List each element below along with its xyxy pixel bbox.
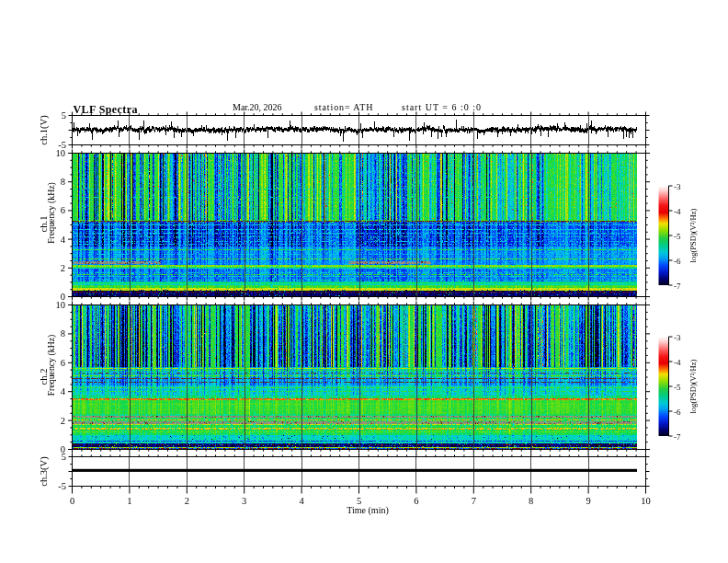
svg-text:10: 10 — [641, 496, 651, 506]
svg-text:log(PSD)(V²/Hz): log(PSD)(V²/Hz) — [688, 359, 698, 413]
svg-text:-5: -5 — [58, 481, 66, 491]
svg-text:4: 4 — [61, 386, 66, 396]
svg-text:10: 10 — [56, 148, 66, 158]
svg-text:2: 2 — [61, 416, 65, 426]
svg-text:3: 3 — [242, 496, 246, 506]
svg-text:log(PSD)(V²/Hz): log(PSD)(V²/Hz) — [688, 208, 698, 262]
svg-text:5: 5 — [62, 110, 66, 121]
svg-text:station= ATH: station= ATH — [314, 102, 374, 112]
svg-text:Mar.20, 2026: Mar.20, 2026 — [233, 102, 282, 112]
svg-text:-6: -6 — [674, 257, 681, 266]
svg-text:-7: -7 — [674, 432, 681, 442]
svg-text:1: 1 — [127, 496, 131, 506]
svg-text:-5: -5 — [674, 232, 681, 241]
svg-text:4: 4 — [299, 496, 304, 506]
svg-text:6: 6 — [61, 358, 65, 368]
svg-text:-7: -7 — [674, 282, 681, 291]
svg-text:-4: -4 — [674, 358, 681, 367]
svg-text:start UT = 6 :0 :0: start UT = 6 :0 :0 — [402, 102, 482, 112]
svg-text:-5: -5 — [674, 383, 681, 392]
svg-text:8: 8 — [61, 328, 65, 339]
svg-text:7: 7 — [472, 496, 476, 506]
svg-text:VLF Spectra: VLF Spectra — [74, 103, 138, 116]
svg-text:5: 5 — [357, 496, 361, 506]
svg-text:6: 6 — [61, 205, 65, 215]
svg-text:ch.3(V): ch.3(V) — [39, 456, 50, 487]
svg-text:-6: -6 — [674, 408, 681, 417]
svg-text:0: 0 — [70, 496, 74, 506]
svg-text:-3: -3 — [674, 333, 681, 342]
svg-text:Frequency (kHz): Frequency (kHz) — [46, 182, 57, 244]
svg-text:0: 0 — [61, 292, 65, 302]
svg-text:2: 2 — [61, 263, 65, 273]
svg-text:Frequency (kHz): Frequency (kHz) — [46, 335, 57, 396]
svg-text:8: 8 — [61, 177, 65, 187]
svg-text:Time (min): Time (min) — [347, 505, 388, 516]
svg-text:6: 6 — [414, 496, 418, 506]
svg-text:-4: -4 — [674, 207, 681, 216]
svg-text:ch.1(V): ch.1(V) — [39, 115, 50, 145]
svg-text:-3: -3 — [674, 182, 681, 191]
svg-text:4: 4 — [61, 235, 66, 245]
svg-text:9: 9 — [586, 496, 590, 506]
svg-text:5: 5 — [62, 452, 66, 462]
svg-text:8: 8 — [529, 496, 533, 506]
svg-text:2: 2 — [185, 496, 189, 506]
